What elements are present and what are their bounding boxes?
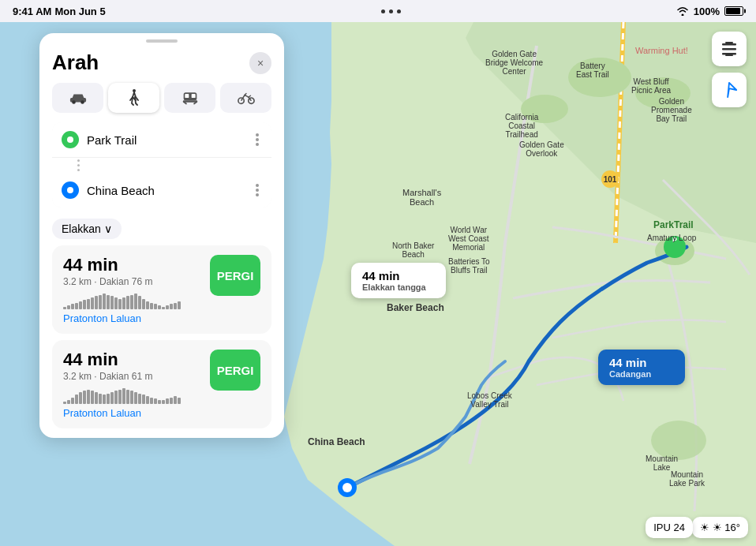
status-dots bbox=[381, 9, 401, 13]
route-card-1-top: 44 min 3.2 km · Dakian 76 m Pratonton La… bbox=[63, 255, 260, 324]
weather-badge: ☀ ☀ 16° bbox=[692, 517, 748, 538]
avoid-button[interactable]: Elakkan ∨ bbox=[52, 219, 122, 239]
route-card-2-top: 44 min 3.2 km · Dakian 61 m Pratonton La… bbox=[63, 350, 260, 419]
route-label-avoid: 44 min Elakkan tangga bbox=[351, 263, 446, 298]
panel-title: Arah bbox=[52, 50, 99, 75]
route-2-info: 44 min 3.2 km · Dakian 61 m Pratonton La… bbox=[63, 350, 200, 419]
wifi-icon bbox=[676, 6, 689, 16]
weather-temp: ☀ 16° bbox=[713, 522, 740, 533]
battery-percent: 100% bbox=[694, 6, 720, 17]
transport-tab-car[interactable] bbox=[52, 83, 103, 113]
route-2-go-button[interactable]: PERGI bbox=[210, 350, 260, 391]
route-2-elevation: Dakian 61 m bbox=[99, 371, 152, 382]
route-sub-avoid: Elakkan tangga bbox=[362, 282, 435, 292]
waypoint-end-label: China Beach bbox=[87, 184, 245, 197]
transport-tab-walk[interactable] bbox=[108, 83, 159, 113]
svg-point-11 bbox=[342, 483, 352, 492]
svg-rect-24 bbox=[185, 94, 189, 98]
route-1-elevation-chart bbox=[63, 292, 200, 309]
svg-point-21 bbox=[80, 100, 84, 104]
location-button[interactable] bbox=[712, 73, 747, 107]
drag-handle-end[interactable] bbox=[253, 181, 262, 200]
route-1-distance: 3.2 km bbox=[63, 276, 92, 287]
ipu-badge: IPU 24 bbox=[646, 517, 693, 538]
svg-rect-25 bbox=[191, 94, 195, 98]
route-label-suggested: 44 min Cadangan bbox=[598, 350, 685, 385]
map-controls bbox=[712, 32, 747, 107]
waypoint-start-icon bbox=[62, 131, 79, 148]
route-time-suggested: 44 min bbox=[609, 356, 674, 369]
route-1-preview-link[interactable]: Pratonton Laluan bbox=[63, 312, 200, 324]
route-1-info: 44 min 3.2 km · Dakian 76 m Pratonton La… bbox=[63, 255, 200, 324]
route-2-elevation-chart bbox=[63, 387, 200, 404]
map-layers-button[interactable] bbox=[712, 32, 747, 66]
ipu-value: IPU 24 bbox=[653, 522, 685, 533]
svg-point-29 bbox=[67, 136, 73, 143]
battery-icon bbox=[724, 6, 743, 16]
waypoint-start-label: Park Trail bbox=[87, 133, 245, 147]
svg-point-9 bbox=[651, 421, 706, 460]
svg-point-6 bbox=[635, 77, 691, 109]
route-2-time: 44 min bbox=[63, 350, 200, 370]
route-1-time: 44 min bbox=[63, 255, 200, 275]
route-1-detail: 3.2 km · Dakian 76 m bbox=[63, 276, 200, 287]
close-button[interactable]: × bbox=[249, 52, 271, 74]
svg-text:P: P bbox=[672, 236, 677, 244]
status-date: Mon Jun 5 bbox=[54, 6, 105, 17]
waypoint-end-icon bbox=[62, 181, 79, 199]
svg-rect-15 bbox=[722, 48, 736, 50]
avoid-row: Elakkan ∨ bbox=[39, 214, 284, 245]
svg-point-20 bbox=[72, 100, 76, 104]
route-card-1[interactable]: 44 min 3.2 km · Dakian 76 m Pratonton La… bbox=[52, 245, 271, 334]
drag-handle-start[interactable] bbox=[253, 130, 262, 149]
status-bar: 9:41 AM Mon Jun 5 100% bbox=[0, 0, 756, 22]
svg-rect-14 bbox=[722, 43, 736, 46]
waypoint-start: Park Trail bbox=[52, 122, 271, 158]
location-arrow-icon bbox=[720, 81, 738, 99]
svg-rect-17 bbox=[725, 42, 733, 43]
transport-tab-bike[interactable] bbox=[220, 83, 271, 113]
route-1-go-button[interactable]: PERGI bbox=[210, 255, 260, 296]
route-1-elevation: Dakian 76 m bbox=[99, 276, 152, 287]
route-time-avoid: 44 min bbox=[362, 269, 435, 282]
svg-point-5 bbox=[568, 58, 631, 97]
route-2-distance: 3.2 km bbox=[63, 371, 92, 382]
weather-icon: ☀ bbox=[700, 522, 709, 533]
svg-rect-18 bbox=[725, 54, 733, 56]
waypoint-end: China Beach bbox=[52, 173, 271, 208]
route-card-2[interactable]: 44 min 3.2 km · Dakian 61 m Pratonton La… bbox=[52, 340, 271, 428]
svg-rect-26 bbox=[182, 100, 196, 102]
transport-mode-tabs bbox=[39, 80, 284, 119]
directions-panel: Arah × bbox=[39, 33, 284, 438]
status-time: 9:41 AM bbox=[13, 6, 51, 17]
status-indicators: 100% bbox=[676, 6, 743, 17]
transport-tab-transit[interactable] bbox=[164, 83, 215, 113]
panel-header: Arah × bbox=[39, 43, 284, 80]
route-2-detail: 3.2 km · Dakian 61 m bbox=[63, 371, 200, 382]
svg-point-30 bbox=[67, 187, 73, 193]
avoid-label: Elakkan ∨ bbox=[62, 223, 112, 235]
route-cards-list: 44 min 3.2 km · Dakian 76 m Pratonton La… bbox=[39, 245, 284, 438]
route-sub-suggested: Cadangan bbox=[609, 369, 674, 379]
svg-point-7 bbox=[521, 95, 568, 123]
waypoints-list: Park Trail China Beach bbox=[52, 122, 271, 208]
route-2-preview-link[interactable]: Pratonton Laluan bbox=[63, 407, 200, 419]
